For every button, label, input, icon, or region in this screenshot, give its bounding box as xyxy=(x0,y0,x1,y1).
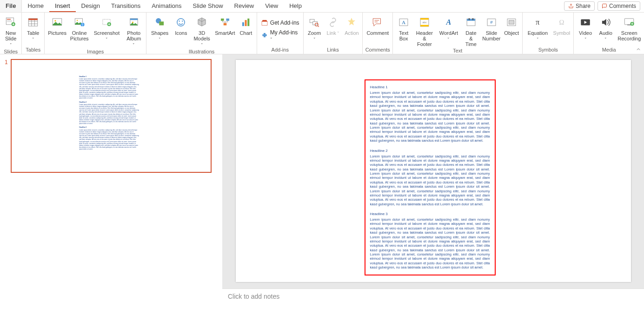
headline-3[interactable]: Headline 3 xyxy=(370,212,490,216)
tab-help[interactable]: Help xyxy=(284,0,307,12)
comment-button[interactable]: Comment xyxy=(365,14,391,47)
share-button[interactable]: Share xyxy=(564,1,595,11)
tab-animations[interactable]: Animations xyxy=(146,0,187,12)
group-slides-label: Slides xyxy=(2,49,20,55)
thumbnail-pane[interactable]: 1 Headline 1 Lorem ipsum dolor sit amet,… xyxy=(0,54,222,321)
svg-point-23 xyxy=(177,19,185,26)
date-time-label: Date & Time xyxy=(464,30,478,47)
group-text-label: Text xyxy=(395,48,520,54)
notes-pane[interactable]: Click to add notes xyxy=(222,288,644,321)
chart-label: Chart xyxy=(239,30,252,36)
link-button: Link xyxy=(324,14,342,47)
thumb-textbox: Headline 1 Lorem ipsum dolor sit amet, c… xyxy=(79,76,139,152)
body-2[interactable]: Lorem ipsum dolor sit amet, consetetur s… xyxy=(370,154,490,207)
symbol-icon: Ω xyxy=(555,15,569,29)
svg-point-25 xyxy=(182,20,183,21)
thumb-preview[interactable]: Headline 1 Lorem ipsum dolor sit amet, c… xyxy=(11,59,212,173)
header-footer-icon: abc xyxy=(418,15,432,29)
tab-transitions[interactable]: Transitions xyxy=(106,0,146,12)
headline-1[interactable]: Headline 1 xyxy=(370,85,490,90)
top-right-buttons: Share Comments xyxy=(564,0,640,12)
pictures-button[interactable]: Pictures xyxy=(46,14,68,49)
screenshot-button[interactable]: Screenshot xyxy=(91,14,123,49)
header-footer-label: Header & Footer xyxy=(415,30,433,47)
group-text: A Text Box abc Header & Footer A WordArt xyxy=(393,13,523,54)
tab-home[interactable]: Home xyxy=(22,0,49,12)
shapes-button[interactable]: Shapes xyxy=(148,14,171,49)
group-slides: New Slide Slides xyxy=(0,13,22,54)
zoom-icon xyxy=(307,15,321,29)
chart-button[interactable]: Chart xyxy=(237,14,255,49)
selected-textbox[interactable]: Headline 1 Lorem ipsum dolor sit amet, c… xyxy=(365,79,496,275)
audio-button[interactable]: Audio xyxy=(596,14,616,47)
smartart-button[interactable]: SmartArt xyxy=(214,14,236,49)
video-button[interactable]: Video xyxy=(576,14,595,47)
group-addins-label: Add-ins xyxy=(259,47,301,53)
icons-button[interactable]: Icons xyxy=(172,14,190,49)
thumb-number: 1 xyxy=(5,59,8,173)
header-footer-button[interactable]: abc Header & Footer xyxy=(413,14,435,48)
online-pictures-label: Online Pictures xyxy=(70,30,89,41)
svg-text:A: A xyxy=(445,18,451,26)
wordart-button[interactable]: A WordArt xyxy=(437,14,461,48)
tab-insert[interactable]: Insert xyxy=(49,0,76,12)
group-addins: Get Add-ins My Add-ins Add-ins xyxy=(257,13,304,54)
tab-design[interactable]: Design xyxy=(76,0,106,12)
addin-icon xyxy=(261,32,268,39)
slide-number-label: Slide Number xyxy=(482,30,500,41)
body-1[interactable]: Lorem ipsum dolor sit amet, consetetur s… xyxy=(370,91,490,143)
object-button[interactable]: Object xyxy=(503,14,520,48)
tab-file[interactable]: File xyxy=(0,0,22,12)
symbol-button: Ω Symbol xyxy=(552,14,572,47)
svg-rect-42 xyxy=(420,18,429,20)
video-label: Video xyxy=(578,30,593,42)
smartart-icon xyxy=(218,15,232,29)
slide-number-button[interactable]: # Slide Number xyxy=(481,14,502,48)
comments-button[interactable]: Comments xyxy=(598,1,640,11)
comment-icon xyxy=(602,3,607,9)
thumb-p3: Lorem ipsum dolor sit amet, consetetur s… xyxy=(79,129,139,151)
wordart-icon: A xyxy=(442,15,456,29)
group-images: Pictures Online Pictures Screenshot Phot… xyxy=(45,13,146,54)
new-slide-button[interactable]: New Slide xyxy=(2,14,20,49)
headline-2[interactable]: Headline 2 xyxy=(370,149,490,153)
equation-icon: π xyxy=(531,15,544,29)
collapse-ribbon-button[interactable] xyxy=(636,46,641,52)
tab-view[interactable]: View xyxy=(259,0,284,12)
group-media-label: Media xyxy=(576,47,642,53)
date-time-button[interactable]: Date & Time xyxy=(462,14,480,48)
title-tabs-row: File Home Insert Design Transitions Anim… xyxy=(0,0,644,13)
photo-album-button[interactable]: Photo Album xyxy=(123,14,144,49)
group-links-label: Links xyxy=(305,47,361,53)
svg-text:abc: abc xyxy=(422,21,426,24)
online-pictures-button[interactable]: Online Pictures xyxy=(69,14,90,49)
edit-pane: Headline 1 Lorem ipsum dolor sit amet, c… xyxy=(222,54,644,321)
slide-thumbnail-1[interactable]: 1 Headline 1 Lorem ipsum dolor sit amet,… xyxy=(5,59,218,173)
textbox-button[interactable]: A Text Box xyxy=(395,14,412,48)
screen-recording-button[interactable]: Screen Recording xyxy=(617,14,642,47)
3d-models-button[interactable]: 3D Models xyxy=(191,14,213,49)
body-3[interactable]: Lorem ipsum dolor sit amet, consetetur s… xyxy=(370,217,490,270)
table-button[interactable]: Table xyxy=(24,14,42,47)
wordart-label: WordArt xyxy=(438,30,459,42)
get-addins-button[interactable]: Get Add-ins xyxy=(259,18,301,27)
ribbon: New Slide Slides Table Tables Pictures xyxy=(0,13,644,54)
thumb-h1: Headline 1 xyxy=(79,76,139,78)
smartart-label: SmartArt xyxy=(215,30,235,36)
new-comment-icon xyxy=(371,15,385,29)
screenshot-label: Screenshot xyxy=(93,30,121,42)
tab-slideshow[interactable]: Slide Show xyxy=(187,0,229,12)
slide-canvas[interactable]: Headline 1 Lorem ipsum dolor sit amet, c… xyxy=(236,60,631,282)
photo-album-label: Photo Album xyxy=(125,30,142,48)
slide-number-icon: # xyxy=(485,15,498,29)
zoom-button[interactable]: Zoom xyxy=(305,14,324,47)
svg-text:π: π xyxy=(536,18,539,26)
tab-review[interactable]: Review xyxy=(229,0,260,12)
slide-canvas-area[interactable]: Headline 1 Lorem ipsum dolor sit amet, c… xyxy=(222,54,644,288)
new-slide-label: New Slide xyxy=(4,30,18,48)
group-illustrations: Shapes Icons 3D Models SmartArt xyxy=(146,13,257,54)
audio-icon xyxy=(599,15,613,29)
textbox-icon: A xyxy=(397,15,411,29)
my-addins-button[interactable]: My Add-ins xyxy=(259,28,301,43)
equation-button[interactable]: π Equation xyxy=(524,14,551,47)
